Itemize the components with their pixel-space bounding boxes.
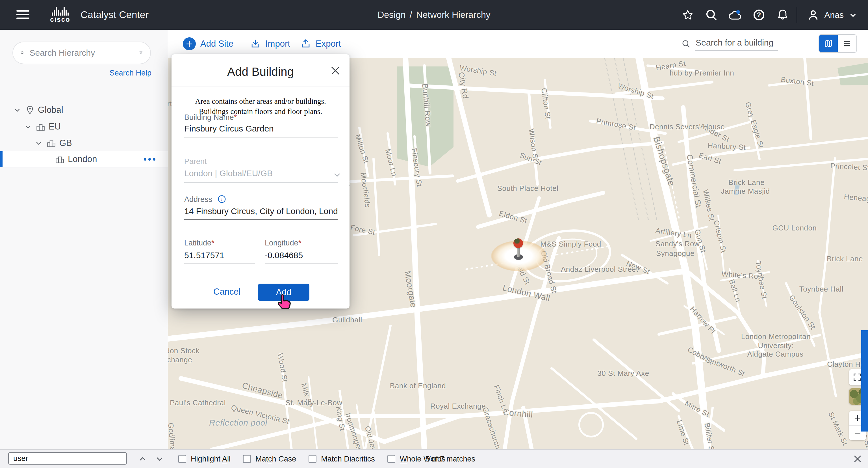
parent-select[interactable]: London | Global/EU/GB	[184, 169, 331, 178]
chevron-down-icon[interactable]	[12, 106, 22, 114]
map-icon	[824, 39, 833, 48]
address-input[interactable]	[184, 206, 338, 216]
svg-text:i: i	[221, 197, 223, 202]
find-option-match-diacritics[interactable]: Match Diacritics	[309, 455, 375, 464]
add-site-button[interactable]: + Add Site	[183, 30, 234, 58]
find-option-label: Highlight All	[191, 455, 230, 464]
sidebar-item-label: GB	[59, 138, 72, 148]
browser-find-bar: Highlight AllMatch CaseMatch DiacriticsW…	[0, 449, 868, 468]
map-label: South Place Hotel	[497, 184, 559, 193]
map-label: GCU London	[773, 224, 817, 232]
import-button[interactable]: Import	[250, 30, 290, 58]
map-label: Synagogue	[656, 249, 694, 258]
search-help-link[interactable]: Search Help	[110, 69, 151, 78]
add-site-label: Add Site	[200, 39, 234, 49]
map-label: Aldgate Campus	[747, 350, 803, 358]
info-icon[interactable]: i	[217, 195, 226, 205]
list-view-button[interactable]	[838, 35, 857, 52]
buildings-icon	[54, 154, 66, 164]
catalyst-center-app: cisco Catalyst Center Design / Network H…	[0, 0, 868, 468]
chevron-down-icon[interactable]	[34, 139, 43, 147]
map-label: Brick Lane	[827, 255, 863, 263]
latitude-input[interactable]	[184, 251, 254, 260]
map-label: Clayton Ho	[827, 360, 865, 369]
add-building-modal: Add Building Area contains other areas a…	[172, 54, 349, 309]
view-toggle	[818, 34, 857, 53]
global-search-icon[interactable]	[700, 8, 723, 22]
find-options: Highlight AllMatch CaseMatch DiacriticsW…	[178, 449, 458, 468]
map-label: University:	[758, 341, 794, 350]
cursor-hand-icon	[276, 293, 294, 314]
map-label: Jamme Masjid	[721, 187, 770, 196]
sidebar-item-gb[interactable]: GB	[0, 135, 168, 151]
user-menu[interactable]: Anas	[800, 8, 858, 22]
find-option-label: Match Case	[255, 455, 296, 464]
map-label: Bank of England	[390, 381, 446, 390]
hierarchy-sidebar: Search Help Global EU GB	[0, 30, 168, 449]
hierarchy-search-input[interactable]	[29, 48, 139, 58]
map-label: St. Mary-Le-Bow	[285, 399, 342, 407]
map-label: Sandy's Row	[655, 239, 700, 248]
more-options-icon[interactable]	[144, 158, 155, 160]
map-pin[interactable]	[514, 238, 523, 248]
find-next-button[interactable]	[153, 454, 166, 464]
notifications-bell-icon[interactable]	[771, 8, 795, 22]
chevron-down-icon	[848, 10, 858, 20]
sidebar-item-label: EU	[49, 122, 61, 132]
top-nav: cisco Catalyst Center Design / Network H…	[0, 0, 868, 30]
search-icon	[20, 48, 24, 58]
building-name-input[interactable]	[184, 124, 338, 134]
checkbox[interactable]	[388, 455, 395, 463]
hierarchy-search[interactable]	[12, 41, 151, 64]
map-label: don Stock	[168, 346, 199, 355]
sidebar-item-global[interactable]: Global	[0, 102, 168, 118]
find-close-icon[interactable]	[851, 453, 864, 465]
map-label: Toynbee Hall	[799, 285, 843, 294]
parent-label: Parent	[184, 157, 207, 166]
find-option-highlight-all[interactable]: Highlight All	[178, 455, 230, 464]
user-avatar-icon	[806, 8, 820, 22]
building-search-input[interactable]	[695, 37, 778, 51]
export-label: Export	[316, 39, 341, 49]
checkbox[interactable]	[243, 455, 251, 463]
user-name: Anas	[825, 10, 844, 20]
search-icon	[681, 39, 691, 49]
help-icon[interactable]: ?	[747, 9, 771, 21]
longitude-input[interactable]	[265, 251, 335, 260]
longitude-underline	[265, 264, 338, 264]
checkbox[interactable]	[309, 455, 316, 463]
map-label: change	[168, 355, 192, 364]
building-search[interactable]	[681, 30, 778, 58]
sidebar-item-eu[interactable]: EU	[0, 119, 168, 135]
filter-icon[interactable]	[139, 48, 143, 58]
find-option-label: Match Diacritics	[321, 455, 375, 464]
list-icon	[843, 39, 851, 48]
selected-indicator	[0, 151, 3, 167]
sidebar-item-london[interactable]: London	[0, 151, 168, 167]
cloud-icon[interactable]	[723, 8, 747, 22]
export-upload-icon	[300, 38, 311, 49]
modal-divider	[172, 87, 349, 87]
address-label: Address	[184, 195, 212, 204]
breadcrumb-section[interactable]: Design	[377, 10, 406, 20]
building-name-label: Building Name*	[184, 113, 237, 122]
scrollbar-thumb[interactable]	[861, 330, 868, 432]
latitude-underline	[184, 264, 255, 264]
favorites-star-icon[interactable]	[676, 9, 700, 21]
plus-icon: +	[183, 37, 196, 50]
map-label: Royal Exchange	[430, 402, 486, 411]
map-label: 30 St Mary Axe	[597, 369, 649, 378]
find-input[interactable]	[8, 452, 127, 465]
sidebar-item-label: London	[68, 154, 97, 164]
cancel-button[interactable]: Cancel	[213, 287, 241, 297]
export-button[interactable]: Export	[300, 30, 341, 58]
find-option-match-case[interactable]: Match Case	[243, 455, 296, 464]
fullscreen-icon	[852, 373, 862, 382]
checkbox[interactable]	[178, 455, 186, 463]
find-previous-button[interactable]	[136, 454, 149, 464]
map-label: London Metropolitan	[741, 332, 811, 341]
close-icon[interactable]	[329, 64, 342, 77]
map-view-button[interactable]	[819, 35, 838, 52]
chevron-down-icon[interactable]	[23, 122, 33, 131]
map-label: Brick Lane	[728, 178, 765, 187]
